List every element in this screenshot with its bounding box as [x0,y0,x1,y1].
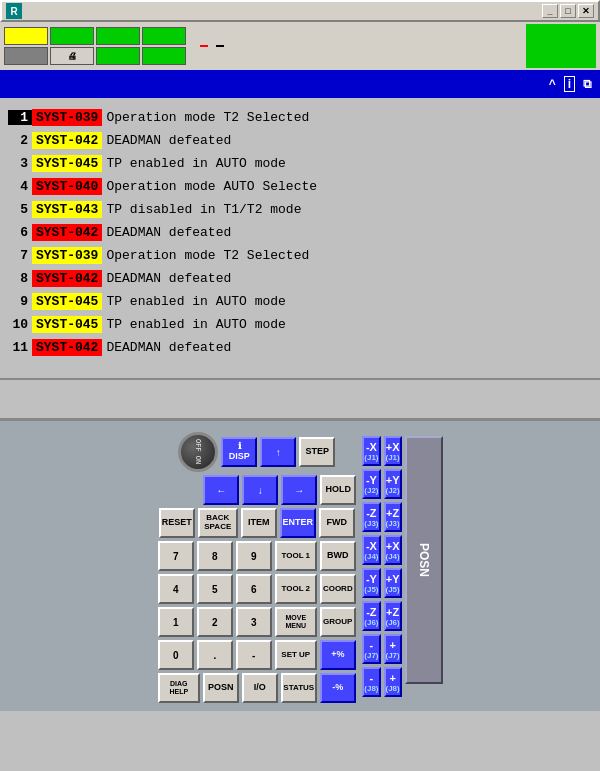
alarm-code-badge: SYST-042 [32,224,102,241]
alarm-row[interactable]: 7SYST-039Operation mode T2 Selected [8,244,592,266]
btn-5[interactable]: 5 [197,574,233,604]
left-arrow-button[interactable]: ← [203,475,239,505]
axis-yj2-neg[interactable]: -Y(J2) [362,469,380,499]
maximize-button[interactable]: □ [560,4,576,18]
io-button-bot[interactable]: I/O [242,673,278,703]
alarm-row[interactable]: 4SYST-040Operation mode AUTO Selecte [8,175,592,197]
step-button-kb[interactable]: STEP [299,437,335,467]
minus-pct-button[interactable]: -% [320,673,356,703]
btn-1[interactable]: 1 [158,607,194,637]
alarm-row[interactable]: 10SYST-045TP enabled in AUTO mode [8,313,592,335]
plus-pct-button[interactable]: +% [320,640,356,670]
posn-vertical-button[interactable]: POSN [405,436,443,684]
btn-0[interactable]: 0 [158,640,194,670]
knob[interactable]: OFF ON [178,432,218,472]
alarm-row[interactable]: 11SYST-042DEADMAN defeated [8,336,592,358]
axis-j8-neg[interactable]: -(J8) [362,667,380,697]
alarm-code-badge: SYST-039 [32,247,102,264]
prod2-button[interactable] [96,47,140,65]
tool1-button[interactable]: TOOL 1 [275,541,317,571]
percent-display [526,24,596,68]
app-icon: R [6,3,22,19]
alarm-row[interactable]: 3SYST-045TP enabled in AUTO mode [8,152,592,174]
axis-zj3-neg[interactable]: -Z(J3) [362,502,380,532]
disp-button[interactable]: ℹDISP [221,437,257,467]
stop-button[interactable] [50,27,94,45]
alarm-message: Operation mode T2 Selected [106,110,309,125]
btn-3[interactable]: 3 [236,607,272,637]
btn-6[interactable]: 6 [236,574,272,604]
axis-yj2-pos[interactable]: +Y(J2) [384,469,402,499]
alarm-row[interactable]: 6SYST-042DEADMAN defeated [8,221,592,243]
alarm-row[interactable]: 5SYST-043TP disabled in T1/T2 mode [8,198,592,220]
axis-xj1-pos[interactable]: +X(J1) [384,436,402,466]
alarm-code-badge: SYST-045 [32,316,102,333]
alarm-row-num: 8 [8,271,32,286]
axis-xj4-pos[interactable]: +X(J4) [384,535,402,565]
posn-button-bot[interactable]: POSN [203,673,239,703]
status-button[interactable]: STATUS [281,673,317,703]
header-icons: ^ i ⧉ [549,76,592,92]
coord-button[interactable]: COORD [320,574,356,604]
up-arrow-button[interactable]: ↑ [260,437,296,467]
alarm-row[interactable]: 1SYST-039Operation mode T2 Selected [8,106,592,128]
alarm-row-num: 7 [8,248,32,263]
run-button[interactable] [4,47,48,65]
alarm-code-badge: SYST-042 [32,132,102,149]
btn-minus[interactable]: - [236,640,272,670]
diag-help-button[interactable]: DIAG HELP [158,673,200,703]
down-arrow-button[interactable]: ↓ [242,475,278,505]
alarm-code-badge: SYST-042 [32,270,102,287]
hold-button[interactable]: HOLD [320,475,356,505]
enter-button[interactable]: ENTER [280,508,316,538]
alarm-row-num: 10 [8,317,32,332]
axis-j7-pos[interactable]: +(J7) [384,634,402,664]
btn-8[interactable]: 8 [197,541,233,571]
setup-button[interactable]: SET UP [275,640,317,670]
alarm-message: TP disabled in T1/T2 mode [106,202,301,217]
btn-2[interactable]: 2 [197,607,233,637]
axis-j7-neg[interactable]: -(J7) [362,634,380,664]
minimize-button[interactable]: _ [542,4,558,18]
status-btn-group-top: 🖨 [4,27,186,65]
keyboard-section: OFF ON ℹDISP ↑ STEP ← ↓ → [0,418,600,711]
alarm-row[interactable]: 2SYST-042DEADMAN defeated [8,129,592,151]
btn-9[interactable]: 9 [236,541,272,571]
axis-zj6-neg[interactable]: -Z(J6) [362,601,380,631]
axis-xj1-neg[interactable]: -X(J1) [362,436,380,466]
close-button[interactable]: ✕ [578,4,594,18]
axis-zj6-pos[interactable]: +Z(J6) [384,601,402,631]
fwd-button-kb[interactable]: FWD [319,508,355,538]
alarm-code-badge: SYST-043 [32,201,102,218]
alarm-message: DEADMAN defeated [106,133,231,148]
right-arrow-button[interactable]: → [281,475,317,505]
btn-7[interactable]: 7 [158,541,194,571]
axis-zj3-pos[interactable]: +Z(J3) [384,502,402,532]
reset-button[interactable]: RESET [159,508,195,538]
move-menu-button[interactable]: MOVE MENU [275,607,317,637]
axis-yj5-neg[interactable]: -Y(J5) [362,568,380,598]
tool2-button[interactable]: TOOL 2 [275,574,317,604]
btn-dot[interactable]: . [197,640,233,670]
btn-4[interactable]: 4 [158,574,194,604]
step-button[interactable] [142,27,186,45]
alarm-row[interactable]: 8SYST-042DEADMAN defeated [8,267,592,289]
alarm-row-num: 3 [8,156,32,171]
axis-j8-pos[interactable]: +(J8) [384,667,402,697]
backspace-button[interactable]: BACK SPACE [198,508,238,538]
group-button[interactable]: GROUP [320,607,356,637]
alarm-message: Operation mode AUTO Selecte [106,179,317,194]
fwd-button[interactable] [142,47,186,65]
alarm-row[interactable]: 9SYST-045TP enabled in AUTO mode [8,290,592,312]
io-button[interactable]: 🖨 [50,47,94,65]
alarm-row-num: 5 [8,202,32,217]
item-button[interactable]: ITEM [241,508,277,538]
alarm-message: DEADMAN defeated [106,225,231,240]
bwd-button[interactable]: BWD [320,541,356,571]
axis-xj4-neg[interactable]: -X(J4) [362,535,380,565]
alarm-row-num: 4 [8,179,32,194]
axis-yj5-pos[interactable]: +Y(J5) [384,568,402,598]
alarm-message: Operation mode T2 Selected [106,248,309,263]
busy-button[interactable] [4,27,48,45]
prod-button[interactable] [96,27,140,45]
